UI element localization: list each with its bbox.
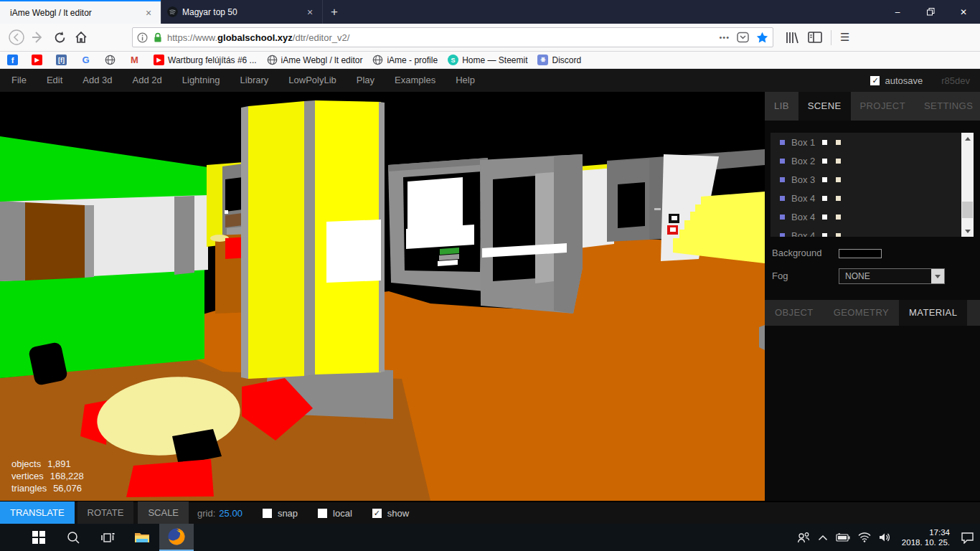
object-toggle-icon[interactable] (836, 215, 841, 220)
page-actions-icon[interactable]: ••• (719, 33, 730, 42)
bookmark-wartburg[interactable]: ▶Wartburg felújítás #6 ... (154, 55, 257, 65)
close-tab-icon[interactable]: × (303, 6, 316, 18)
autosave-checkbox[interactable]: ✓ (870, 76, 880, 85)
scrollbar-thumb[interactable] (962, 202, 973, 218)
show-option[interactable]: ✓show (372, 508, 409, 519)
object-toggle-icon[interactable] (836, 233, 841, 237)
menu-examples[interactable]: Examples (385, 69, 446, 92)
3d-scene-canvas[interactable] (0, 92, 765, 501)
minimize-button[interactable]: – (881, 0, 914, 24)
scene-kiosk-left[interactable] (388, 158, 488, 291)
list-item[interactable]: Box 4 (771, 189, 974, 207)
battery-icon[interactable] (836, 533, 850, 542)
tab-project[interactable]: PROJECT (851, 92, 915, 121)
menu-edit[interactable]: Edit (37, 69, 72, 92)
3d-viewport[interactable]: objects1,891 vertices168,228 triangles56… (0, 92, 765, 501)
menu-help[interactable]: Help (446, 69, 485, 92)
tab-lib[interactable]: LIB (765, 92, 798, 121)
grid-value[interactable]: 25.00 (219, 508, 242, 519)
tab-settings[interactable]: SETTINGS (915, 92, 980, 121)
wifi-icon[interactable] (858, 532, 871, 542)
tab-inactive[interactable]: Magyar top 50 × (161, 0, 323, 24)
object-toggle-icon[interactable] (836, 196, 841, 201)
snap-option[interactable]: snap (263, 508, 298, 519)
scene-small-kiosk[interactable] (207, 162, 244, 247)
bookmark-google[interactable]: G (80, 55, 95, 65)
tab-scene[interactable]: SCENE (798, 92, 851, 121)
menu-add-2d[interactable]: Add 2d (123, 69, 172, 92)
bookmark-gmail[interactable]: M (129, 55, 143, 65)
scene-object-list[interactable]: Box 1 Box 2 Box 3 Box 4 Box 4 Box 4 (771, 133, 974, 237)
bookmark-iame-editor[interactable]: iAme Webgl / lt editor (267, 55, 363, 65)
tab-object[interactable]: OBJECT (765, 300, 824, 326)
chevron-down-icon[interactable] (931, 269, 944, 283)
object-toggle-icon[interactable] (836, 177, 841, 182)
tab-material[interactable]: MATERIAL (899, 300, 967, 326)
background-color-swatch[interactable] (839, 249, 882, 258)
object-toggle-icon[interactable] (822, 215, 827, 220)
bookmark-iame-profile[interactable]: iAme - profile (372, 55, 438, 65)
scroll-up-icon[interactable] (961, 133, 974, 144)
scale-button[interactable]: SCALE (138, 501, 189, 524)
menu-add-3d[interactable]: Add 3d (72, 69, 122, 92)
https-lock-icon[interactable] (153, 32, 163, 43)
close-window-button[interactable]: ✕ (947, 0, 980, 24)
object-toggle-icon[interactable] (822, 140, 827, 145)
object-toggle-icon[interactable] (822, 196, 827, 201)
list-item[interactable]: Box 4 (771, 207, 974, 226)
firefox-taskbar-button[interactable] (159, 524, 194, 551)
bookmark-youtube[interactable]: ▶ (32, 55, 46, 65)
task-view-button[interactable] (90, 524, 125, 551)
menu-lowpolylib[interactable]: LowPolyLib (278, 69, 347, 92)
object-toggle-icon[interactable] (836, 140, 841, 145)
object-toggle-icon[interactable] (822, 159, 827, 164)
scene-yellow-pillar[interactable] (241, 100, 393, 419)
forward-button[interactable] (27, 27, 49, 47)
bookmark-facebook-alt[interactable]: [f] (56, 55, 70, 65)
home-button[interactable] (70, 27, 92, 47)
local-checkbox[interactable] (318, 509, 327, 518)
translate-button[interactable]: TRANSLATE (0, 501, 75, 524)
snap-checkbox[interactable] (263, 509, 272, 518)
restore-button[interactable] (914, 0, 947, 24)
back-button[interactable] (6, 27, 27, 47)
taskbar-clock[interactable]: 17:34 2018. 10. 25. (902, 527, 950, 547)
list-scrollbar[interactable] (961, 133, 974, 237)
list-item[interactable]: Box 1 (771, 133, 974, 151)
scroll-down-icon[interactable] (961, 225, 974, 237)
bookmark-star-icon[interactable] (756, 32, 768, 44)
tab-active[interactable]: iAme Webgl / lt editor × (0, 0, 161, 24)
show-checkbox[interactable]: ✓ (372, 509, 382, 518)
action-center-icon[interactable] (961, 532, 974, 544)
page-info-icon[interactable] (137, 32, 148, 43)
new-tab-button[interactable]: + (323, 0, 346, 24)
list-item[interactable]: Box 4 (771, 226, 974, 237)
menu-lightning[interactable]: Lightning (172, 69, 230, 92)
scene-kiosk-right[interactable] (480, 154, 583, 314)
show-hidden-icons-chevron-icon[interactable] (818, 534, 828, 541)
local-option[interactable]: local (318, 508, 352, 519)
object-toggle-icon[interactable] (822, 177, 827, 182)
list-item[interactable]: Box 2 (771, 151, 974, 170)
menu-library[interactable]: Library (230, 69, 279, 92)
scene-left-wall[interactable] (0, 136, 208, 378)
object-toggle-icon[interactable] (822, 233, 827, 237)
list-item[interactable]: Box 3 (771, 170, 974, 189)
menu-hamburger-icon[interactable]: ☰ (840, 31, 849, 44)
url-bar[interactable]: https://www.globalschool.xyz/dtr/editor_… (132, 27, 773, 47)
people-icon[interactable] (797, 532, 810, 543)
bookmark-facebook[interactable]: f (7, 55, 22, 65)
bookmark-site[interactable] (105, 55, 119, 65)
pocket-icon[interactable] (737, 32, 749, 43)
object-toggle-icon[interactable] (836, 159, 841, 164)
reload-button[interactable] (49, 27, 70, 47)
tab-geometry[interactable]: GEOMETRY (824, 300, 899, 326)
menu-file[interactable]: File (1, 69, 37, 92)
fog-select[interactable]: NONE (839, 268, 945, 284)
search-button[interactable] (56, 524, 90, 551)
start-button[interactable] (22, 524, 56, 551)
rotate-button[interactable]: ROTATE (77, 501, 134, 524)
sidebar-toggle-icon[interactable] (808, 31, 822, 44)
bookmark-discord[interactable]: ꗥDiscord (537, 55, 581, 65)
library-icon[interactable] (785, 31, 799, 44)
